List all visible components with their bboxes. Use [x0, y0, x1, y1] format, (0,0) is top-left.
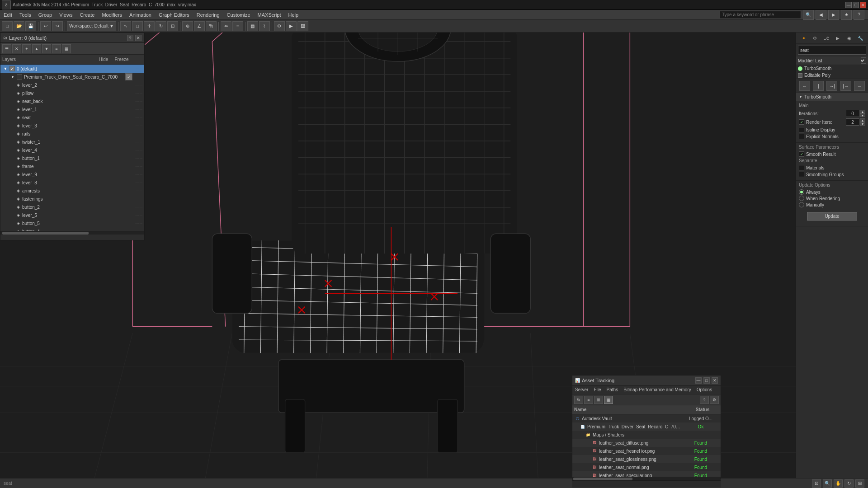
layers-tool-grid[interactable]: ▦: [62, 44, 71, 53]
percent-snap-button[interactable]: %: [206, 21, 217, 31]
render-button[interactable]: ▶: [286, 21, 297, 31]
layers-tool-add[interactable]: +: [22, 44, 31, 53]
render-iters-up[interactable]: ▲: [860, 118, 865, 122]
at-item-vault[interactable]: ⬡ Autodesk Vault Logged O...: [572, 414, 721, 422]
list-item[interactable]: ◈ lever_1 ···· ····: [0, 105, 144, 113]
at-item-maps-folder[interactable]: 📁 Maps / Shaders: [572, 431, 721, 439]
minimize-button[interactable]: —: [845, 2, 852, 8]
at-item-glossiness[interactable]: 🖼 leather_seat_glossiness.png Found: [572, 455, 721, 463]
menu-group[interactable]: Group: [35, 10, 56, 19]
render-setup-button[interactable]: ⚙: [274, 21, 285, 31]
workspace-dropdown[interactable]: Workspace: Default ▼: [67, 21, 116, 31]
at-item-main-file[interactable]: 📄 Premium_Truck_Driver_Seat_Recaro_C_700…: [572, 422, 721, 431]
at-item-diffuse[interactable]: 🖼 leather_seat_diffuse.png Found: [572, 439, 721, 447]
list-item[interactable]: ◈ button_2 ···· ····: [0, 203, 144, 211]
save-button[interactable]: 💾: [25, 21, 36, 31]
at-tool-details[interactable]: ▦: [604, 396, 613, 404]
rendered-frame-window-button[interactable]: 🖼: [297, 21, 308, 31]
list-item[interactable]: ◈ lever_2 ···· ····: [0, 81, 144, 89]
layers-tool-up[interactable]: ▲: [32, 44, 41, 53]
layer-item-default[interactable]: ▼ ✓ 0 (default) ···· ····: [0, 65, 144, 73]
zoom-button[interactable]: 🔍: [823, 479, 832, 488]
editable-poly-modifier[interactable]: Editable Poly: [796, 72, 868, 79]
explicit-normals-checkbox[interactable]: [799, 134, 804, 139]
zoom-extents-button[interactable]: ⊡: [812, 479, 821, 488]
update-button[interactable]: Update: [807, 212, 857, 221]
rp-create-icon[interactable]: ✦: [799, 33, 808, 42]
rp-nav-btn4[interactable]: |→: [840, 81, 851, 91]
viewport[interactable]: [+] [ Perspective ] [ Shaded + Edged Fac…: [0, 33, 796, 488]
list-item[interactable]: ◈ lever_8 ···· ····: [0, 178, 144, 187]
rp-nav-btn3[interactable]: →|: [826, 81, 837, 91]
menu-help[interactable]: Help: [285, 10, 302, 19]
at-minimize-button[interactable]: —: [695, 377, 702, 384]
rp-nav-btn1[interactable]: ←: [799, 81, 810, 91]
at-item-fresnel[interactable]: 🖼 leather_seat_fresnel ior.png Found: [572, 447, 721, 455]
mirror-button[interactable]: ⇔: [221, 21, 231, 31]
back-icon[interactable]: ◀: [816, 10, 826, 20]
maximize-viewport-button[interactable]: ⊞: [855, 479, 864, 488]
close-button[interactable]: ✕: [860, 2, 866, 8]
update-always-radio[interactable]: [799, 189, 804, 195]
at-restore-button[interactable]: □: [703, 377, 710, 384]
menu-modifiers[interactable]: Modifiers: [98, 10, 126, 19]
modifier-search-input[interactable]: [798, 46, 866, 55]
turbosmooth-modifier[interactable]: TurboSmooth: [796, 65, 868, 72]
layers-tool-delete[interactable]: ✕: [12, 44, 21, 53]
at-tool-help[interactable]: ?: [700, 396, 709, 404]
rp-nav-btn5[interactable]: →: [854, 81, 865, 91]
iterations-input[interactable]: [846, 110, 859, 117]
move-button[interactable]: ✛: [144, 21, 155, 31]
layer-visibility[interactable]: ✓: [9, 66, 15, 71]
at-close-button[interactable]: ✕: [712, 377, 718, 384]
list-item[interactable]: ◈ lever_4 ···· ····: [0, 146, 144, 154]
list-item[interactable]: ◈ seat_back ···· ····: [0, 97, 144, 105]
at-tool-list[interactable]: ≡: [584, 396, 593, 404]
curve-editor-button[interactable]: ⌇: [259, 21, 270, 31]
layers-close-button[interactable]: ✕: [135, 35, 142, 41]
at-menu-file[interactable]: File: [591, 387, 604, 392]
menu-graph-editors[interactable]: Graph Editors: [155, 10, 193, 19]
layer-manager-button[interactable]: ▦: [247, 21, 258, 31]
list-item[interactable]: ◈ armrests ···· ····: [0, 187, 144, 195]
rp-modify-icon[interactable]: ⚙: [811, 33, 820, 42]
at-tool-refresh[interactable]: ↻: [574, 396, 583, 404]
layers-help-button[interactable]: ?: [127, 35, 133, 41]
menu-maxscript[interactable]: MAXScript: [254, 10, 285, 19]
smoothing-groups-checkbox[interactable]: [799, 172, 804, 177]
layers-tool-menu[interactable]: ☰: [2, 44, 11, 53]
rotate-button[interactable]: ↻: [156, 21, 166, 31]
layer-vis-main[interactable]: [17, 74, 22, 80]
at-menu-paths[interactable]: Paths: [604, 387, 621, 392]
rp-hierarchy-icon[interactable]: ⎇: [822, 33, 831, 42]
at-menu-server[interactable]: Server: [572, 387, 591, 392]
list-item[interactable]: ◈ twister_1 ···· ····: [0, 138, 144, 146]
render-iters-checkbox[interactable]: [799, 119, 804, 125]
layer-item-main[interactable]: ▶ Premium_Truck_Driver_Seat_Recaro_C_700…: [0, 73, 144, 81]
list-item[interactable]: ◈ frame ···· ····: [0, 162, 144, 170]
scale-button[interactable]: ⊡: [167, 21, 178, 31]
menu-animation[interactable]: Animation: [126, 10, 155, 19]
rp-utilities-icon[interactable]: 🔧: [856, 33, 865, 42]
turbosmooth-header[interactable]: ▼ TurboSmooth: [796, 93, 868, 101]
list-item[interactable]: ◈ button_1 ···· ····: [0, 154, 144, 162]
select-region-button[interactable]: □: [132, 21, 143, 31]
layers-tool-list[interactable]: ≡: [52, 44, 61, 53]
list-item[interactable]: ◈ seat ···· ····: [0, 113, 144, 122]
align-button[interactable]: ≡: [232, 21, 243, 31]
menu-views[interactable]: Views: [56, 10, 76, 19]
menu-tools[interactable]: Tools: [16, 10, 35, 19]
at-menu-options[interactable]: Options: [694, 387, 715, 392]
list-item[interactable]: ◈ fastenings ···· ····: [0, 195, 144, 203]
at-menu-bitmap-perf[interactable]: Bitmap Performance and Memory: [621, 387, 694, 392]
maximize-button[interactable]: □: [853, 2, 859, 8]
update-manually-radio[interactable]: [799, 202, 804, 207]
iterations-up[interactable]: ▲: [860, 110, 865, 113]
modifier-list-dropdown[interactable]: ▼: [861, 57, 866, 64]
new-button[interactable]: □: [2, 21, 13, 31]
layers-horizontal-scrollbar[interactable]: [0, 231, 144, 235]
layers-tool-down[interactable]: ▼: [42, 44, 51, 53]
redo-button[interactable]: ↪: [52, 21, 63, 31]
undo-button[interactable]: ↩: [40, 21, 51, 31]
rp-nav-btn2[interactable]: |: [813, 81, 824, 91]
